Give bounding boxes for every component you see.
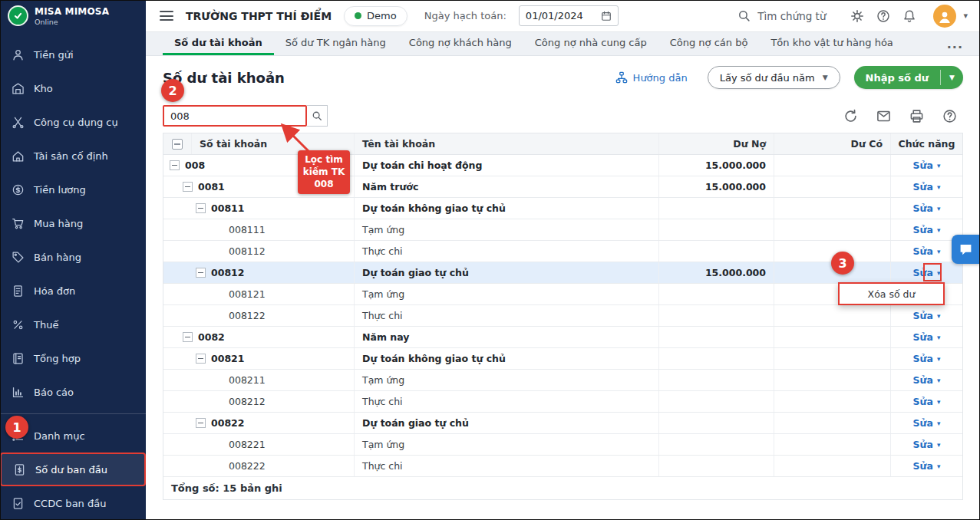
edit-dropdown-icon[interactable]: ▾ (937, 334, 941, 341)
edit-action[interactable]: Sửa (913, 310, 933, 321)
sidebar-item-cong-cu-dung-cu[interactable]: Công cụ dụng cụ (0, 105, 146, 139)
edit-dropdown-icon[interactable]: ▾ (937, 205, 941, 212)
sidebar-item-thue[interactable]: Thuế (0, 308, 146, 341)
table-row[interactable]: 008222Thực chiSửa▾ (163, 456, 962, 477)
collapse-toggle-icon[interactable] (183, 332, 193, 342)
actions-cell: Sửa▾ (890, 456, 962, 476)
report-icon (11, 385, 25, 399)
document-search[interactable]: Tìm chứng từ (737, 9, 826, 22)
debit-balance (658, 284, 774, 304)
sidebar-item-so-du-ban-dau[interactable]: Số dư ban đầu (0, 453, 146, 486)
table-row[interactable]: 008212Thực chiSửa▾ (163, 391, 962, 413)
tabs-overflow-button[interactable]: ... (939, 32, 971, 55)
brand[interactable]: MISA MIMOSA Online (0, 0, 146, 31)
account-name: Thực chi (354, 391, 658, 412)
sidebar-item-tien-gui[interactable]: Tiền gửi (0, 38, 146, 71)
guide-link[interactable]: Hướng dẫn (615, 71, 688, 84)
user-menu[interactable]: ▾ (933, 5, 968, 28)
demo-badge[interactable]: Demo (344, 6, 408, 26)
actions-cell: Sửa▾ (890, 370, 962, 390)
edit-dropdown-icon[interactable]: ▾ (937, 248, 941, 255)
edit-action[interactable]: Sửa (913, 245, 933, 257)
hamburger-menu-icon[interactable] (160, 11, 173, 21)
edit-dropdown-icon[interactable]: ▾ (937, 441, 941, 449)
sidebar-item-bao-cao[interactable]: Báo cáo (0, 375, 146, 409)
tab-so-du-tai-khoan[interactable]: Số dư tài khoản (163, 32, 274, 55)
edit-action[interactable]: Sửa (913, 396, 933, 407)
edit-dropdown-icon[interactable]: ▾ (937, 162, 941, 169)
edit-action[interactable]: Sửa (913, 224, 933, 235)
posting-date-input[interactable]: 01/01/2024 (519, 5, 619, 26)
collapse-toggle-icon[interactable] (196, 354, 206, 364)
tab-ton-kho-vat-tu-hang-hoa[interactable]: Tồn kho vật tư hàng hóa (759, 32, 904, 55)
sidebar-item-tien-luong[interactable]: Tiền lương (0, 173, 146, 206)
sidebar-item-mua-hang[interactable]: Mua hàng (0, 206, 146, 240)
table-row[interactable]: 008111Tạm ứngSửa▾ (163, 219, 962, 241)
settings-gear-icon[interactable] (850, 9, 864, 23)
enter-balance-button[interactable]: Nhập số dư ▼ (854, 66, 963, 89)
help-circle-icon[interactable] (942, 109, 957, 123)
help-icon[interactable] (876, 9, 890, 23)
enter-balance-dropdown-icon[interactable]: ▼ (941, 66, 963, 89)
tab-cong-no-nha-cung-cap[interactable]: Công nợ nhà cung cấp (523, 32, 658, 55)
table-row[interactable]: 0082Năm naySửa▾ (163, 327, 962, 348)
collapse-toggle-icon[interactable] (196, 268, 206, 278)
edit-action[interactable]: Sửa (913, 439, 933, 450)
context-menu-item-delete-balance[interactable]: Xóa số dư (840, 284, 943, 304)
annotation-caret-box (923, 263, 942, 281)
edit-action[interactable]: Sửa (913, 160, 933, 171)
collapse-toggle-icon[interactable] (170, 160, 180, 170)
chat-button[interactable] (952, 235, 980, 264)
fetch-opening-balance-button[interactable]: Lấy số dư đầu năm ▼ (708, 66, 840, 89)
avatar[interactable] (933, 5, 956, 28)
edit-dropdown-icon[interactable]: ▾ (937, 420, 941, 427)
edit-dropdown-icon[interactable]: ▾ (937, 462, 941, 470)
edit-dropdown-icon[interactable]: ▾ (937, 398, 941, 406)
edit-action[interactable]: Sửa (913, 202, 933, 214)
account-cell: 008212 (163, 391, 354, 412)
sidebar-item-kho[interactable]: Kho (0, 71, 146, 105)
edit-action[interactable]: Sửa (913, 353, 933, 364)
table-row[interactable]: 0081Năm trước15.000.000Sửa▾ (163, 176, 962, 198)
sidebar-item-ccdc-ban-dau[interactable]: CCDC ban đầu (0, 486, 146, 520)
edit-dropdown-icon[interactable]: ▾ (937, 183, 941, 191)
select-all-checkbox[interactable] (172, 139, 183, 150)
account-number: 008211 (229, 374, 266, 386)
chevron-down-icon[interactable]: ▾ (963, 11, 968, 21)
edit-action[interactable]: Sửa (913, 374, 933, 386)
context-menu: Xóa số dư (838, 282, 945, 305)
collapse-toggle-icon[interactable] (183, 182, 193, 192)
edit-dropdown-icon[interactable]: ▾ (937, 377, 941, 384)
tab-cong-no-can-bo[interactable]: Công nợ cán bộ (658, 32, 760, 55)
edit-dropdown-icon[interactable]: ▾ (937, 226, 941, 234)
print-icon[interactable] (909, 109, 924, 123)
table-row[interactable]: 00822Dự toán giao tự chủSửa▾ (163, 413, 962, 434)
table-row[interactable]: 008211Tạm ứngSửa▾ (163, 370, 962, 391)
edit-dropdown-icon[interactable]: ▾ (937, 312, 941, 320)
edit-action[interactable]: Sửa (913, 331, 933, 343)
organization-title: TRƯỜNG THPT THÍ ĐIỂM (186, 10, 332, 22)
edit-action[interactable]: Sửa (913, 417, 933, 429)
debit-balance: 15.000.000 (658, 176, 774, 197)
sidebar-item-tai-san-co-dinh[interactable]: Tài sản cố định (0, 139, 146, 173)
table-row[interactable]: 00821Dự toán không giao tự chủSửa▾ (163, 348, 962, 370)
edit-action[interactable]: Sửa (913, 460, 933, 472)
tab-cong-no-khach-hang[interactable]: Công nợ khách hàng (398, 32, 523, 55)
mail-icon[interactable] (876, 109, 891, 123)
collapse-toggle-icon[interactable] (196, 418, 206, 428)
collapse-toggle-icon[interactable] (196, 203, 206, 213)
table-row[interactable]: 00811Dự toán không giao tự chủSửa▾ (163, 198, 962, 219)
notifications-bell-icon[interactable] (902, 9, 916, 23)
refresh-icon[interactable] (843, 109, 858, 123)
tab-so-du-tk-ngan-hang[interactable]: Số dư TK ngân hàng (274, 32, 398, 55)
sidebar-item-hoa-don[interactable]: Hóa đơn (0, 274, 146, 308)
sidebar-item-tong-hop[interactable]: Tổng hợp (0, 341, 146, 375)
sidebar-item-ban-hang[interactable]: Bán hàng (0, 240, 146, 274)
balance-table: Số tài khoản Tên tài khoản Dư Nợ Dư Có C… (163, 133, 963, 500)
credit-balance (774, 198, 890, 219)
edit-dropdown-icon[interactable]: ▾ (937, 355, 941, 363)
edit-action[interactable]: Sửa (913, 181, 933, 193)
calendar-icon[interactable] (601, 11, 612, 21)
table-row[interactable]: 008122Thực chiSửa▾ (163, 305, 962, 327)
table-row[interactable]: 008221Tạm ứngSửa▾ (163, 434, 962, 456)
